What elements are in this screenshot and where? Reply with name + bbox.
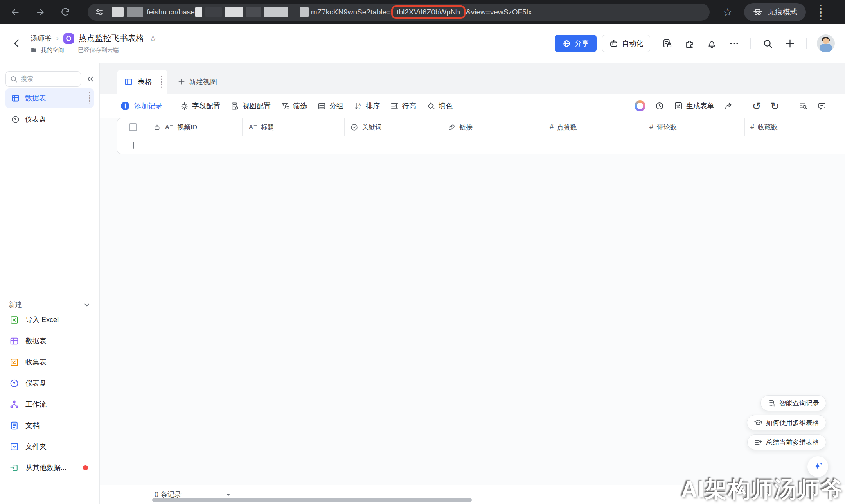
gear-icon xyxy=(180,102,189,111)
plus-icon xyxy=(178,78,185,86)
sidebar-search-box[interactable] xyxy=(5,71,81,87)
tab-menu-icon[interactable]: ⋮⋮⋮ xyxy=(158,77,160,86)
tab-grid-view[interactable]: 表格 ⋮⋮⋮ xyxy=(117,70,167,94)
undo-icon[interactable]: ↺ xyxy=(752,101,761,111)
row-height-icon xyxy=(390,102,399,111)
new-item-document[interactable]: 文档 xyxy=(5,415,94,436)
column-header-comments[interactable]: # 评论数 xyxy=(644,118,745,136)
text-field-icon: A xyxy=(164,122,174,132)
automation-button[interactable]: 自动化 xyxy=(602,35,650,52)
site-settings-icon[interactable] xyxy=(95,7,104,17)
create-new-icon[interactable] xyxy=(785,38,795,49)
summary-lines-icon xyxy=(754,438,762,447)
ai-assistant-icon[interactable] xyxy=(635,100,645,111)
sort-button[interactable]: AZ 排序 xyxy=(354,101,380,111)
redacted-block xyxy=(246,7,261,17)
sidebar-item-datatable[interactable]: 数据表 ⋮⋮⋮ xyxy=(5,88,94,108)
sidebar-search-input[interactable] xyxy=(21,75,60,83)
address-bar[interactable]: .feishu.cn/base mZ7kcKN9wnSe?table= tbl2… xyxy=(88,4,710,21)
collapse-sidebar-icon[interactable] xyxy=(86,75,95,83)
browser-forward-icon[interactable] xyxy=(35,7,45,17)
column-header-likes[interactable]: # 点赞数 xyxy=(544,118,644,136)
text-field-icon: A xyxy=(248,122,257,132)
field-config-button[interactable]: 字段配置 xyxy=(180,101,220,111)
view-tab-strip: 表格 ⋮⋮⋮ 新建视图 xyxy=(100,63,845,94)
globe-icon xyxy=(563,39,571,48)
new-section-header[interactable]: 新建 xyxy=(5,300,94,309)
avatar[interactable] xyxy=(817,34,835,52)
comments-icon[interactable] xyxy=(817,101,827,111)
space-name[interactable]: 我的空间 xyxy=(41,47,64,54)
search-icon[interactable] xyxy=(762,38,773,49)
folder-chevron-icon xyxy=(9,442,19,452)
fill-color-button[interactable]: 填色 xyxy=(426,101,453,111)
notifications-bell-icon[interactable] xyxy=(707,38,717,49)
find-records-icon[interactable] xyxy=(798,101,808,111)
plugins-icon[interactable] xyxy=(684,38,695,49)
share-button[interactable]: 分享 xyxy=(555,35,597,52)
browser-reload-icon[interactable] xyxy=(60,7,70,17)
add-row-button[interactable] xyxy=(117,136,845,154)
graduation-cap-icon xyxy=(754,418,762,427)
column-header-video-id[interactable]: A 视频ID xyxy=(117,118,243,136)
collect-form-icon xyxy=(9,357,19,367)
redacted-block xyxy=(205,7,222,17)
breadcrumb-root[interactable]: 汤师爷 xyxy=(31,34,52,43)
page-title: 热点监控飞书表格 xyxy=(79,33,144,44)
new-section-label: 新建 xyxy=(9,300,22,309)
sidebar-item-label: 仪表盘 xyxy=(25,115,46,124)
chevron-down-icon xyxy=(83,301,91,309)
new-view-button[interactable]: 新建视图 xyxy=(167,70,227,94)
table-card: A 视频ID A 标题 关键词 链接 xyxy=(117,118,845,154)
divider xyxy=(750,38,751,49)
add-record-button[interactable]: 添加记录 xyxy=(120,101,162,111)
table-toolbar: 添加记录 字段配置 视图配置 筛选 分组 xyxy=(100,94,845,118)
new-item-import-excel[interactable]: 导入 Excel xyxy=(5,309,94,330)
divider xyxy=(789,101,789,111)
filter-button[interactable]: 筛选 xyxy=(281,101,307,111)
record-count-dropdown-icon[interactable] xyxy=(225,492,231,498)
browser-back-icon[interactable] xyxy=(10,7,20,17)
horizontal-scrollbar[interactable] xyxy=(152,498,472,502)
new-item-datatable[interactable]: 数据表 xyxy=(5,330,94,352)
more-actions-icon[interactable] xyxy=(729,38,739,49)
history-icon[interactable] xyxy=(655,101,664,111)
breadcrumb-chevron-icon: › xyxy=(56,34,59,42)
save-status: 已经保存到云端 xyxy=(78,47,119,54)
column-header-keyword[interactable]: 关键词 xyxy=(345,118,442,136)
back-icon[interactable] xyxy=(12,38,22,49)
status-bar: 0 条记录 xyxy=(100,485,845,504)
favorite-star-icon[interactable]: ☆ xyxy=(149,34,157,43)
new-item-form[interactable]: 收集表 xyxy=(5,352,94,373)
how-to-use-button[interactable]: 如何使用多维表格 xyxy=(747,415,826,430)
new-item-workflow[interactable]: 工作流 xyxy=(5,394,94,415)
grid-view-icon xyxy=(124,77,133,86)
url-view-param: &view=vewSzOF5lx xyxy=(466,8,532,16)
ai-sparkle-fab[interactable] xyxy=(807,456,828,477)
select-all-checkbox[interactable] xyxy=(129,123,137,131)
browser-menu-icon[interactable]: ⋮⋮⋮ xyxy=(816,7,819,17)
group-button[interactable]: 分组 xyxy=(317,101,343,111)
sidebar-item-dashboard[interactable]: 仪表盘 xyxy=(5,109,94,129)
view-config-button[interactable]: 视图配置 xyxy=(230,101,271,111)
table-icon xyxy=(11,94,20,103)
svg-text:Z: Z xyxy=(358,106,360,110)
bookmark-star-icon[interactable]: ☆ xyxy=(723,7,732,18)
smart-query-button[interactable]: 智能查询记录 xyxy=(760,395,826,411)
redo-icon[interactable]: ↻ xyxy=(770,101,779,111)
share-view-icon[interactable] xyxy=(724,101,733,111)
new-item-dashboard[interactable]: 仪表盘 xyxy=(5,373,94,394)
generate-form-button[interactable]: 生成表单 xyxy=(674,101,714,111)
summarize-table-button[interactable]: 总结当前多维表格 xyxy=(747,434,826,450)
new-item-from-other-data[interactable]: 从其他数据... xyxy=(5,457,94,478)
column-header-link[interactable]: 链接 xyxy=(442,118,544,136)
redacted-block xyxy=(195,7,202,17)
item-menu-icon[interactable]: ⋮⋮⋮ xyxy=(86,93,88,103)
permissions-icon[interactable] xyxy=(662,38,672,49)
column-header-favorites[interactable]: # 收藏数 xyxy=(745,118,845,136)
sort-az-icon: AZ xyxy=(354,102,363,111)
row-height-button[interactable]: 行高 xyxy=(390,101,416,111)
new-item-folder[interactable]: 文件夹 xyxy=(5,436,94,457)
plus-icon xyxy=(129,140,138,150)
column-header-title[interactable]: A 标题 xyxy=(243,118,345,136)
